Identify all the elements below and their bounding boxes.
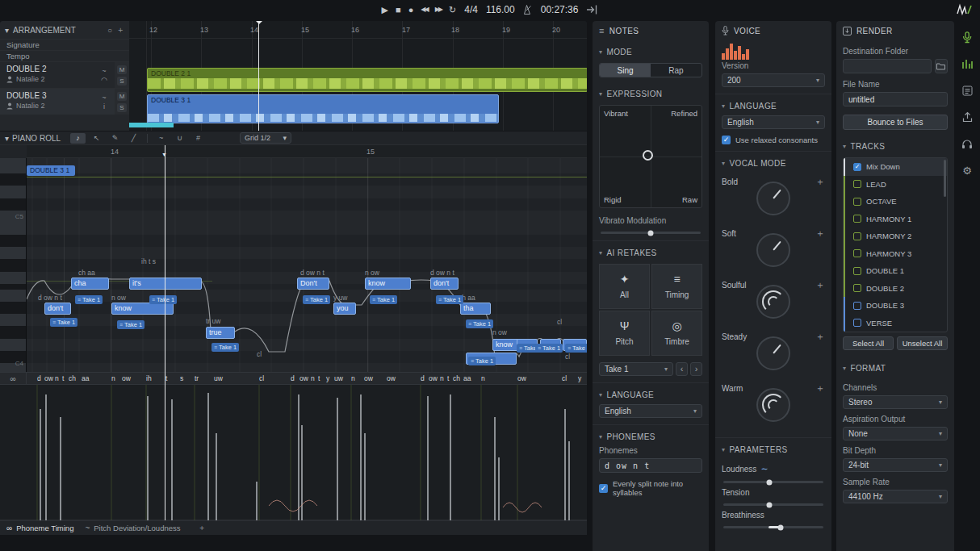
track-checkbox[interactable]: ✓ xyxy=(853,163,861,171)
collapse-format-icon[interactable]: ▾ xyxy=(843,365,846,372)
tab-phoneme-timing[interactable]: ∞ Phoneme Timing xyxy=(6,524,73,532)
collapse-arrangement-icon[interactable]: ▾ xyxy=(5,26,9,35)
phoneme-token[interactable]: n xyxy=(481,374,485,382)
note-edit-tool[interactable]: ♪ xyxy=(70,133,86,144)
track-checkbox[interactable]: ✓ xyxy=(853,215,861,223)
retake-button[interactable]: ◎ Timbre xyxy=(651,311,702,356)
phoneme-token[interactable]: n xyxy=(311,374,315,382)
automation-icon[interactable]: ~ xyxy=(94,67,115,75)
time-signature[interactable]: 4/4 xyxy=(464,4,478,15)
clip-double-2-1[interactable]: DOUBLE 2 1 xyxy=(147,68,587,92)
unselect-all-button[interactable]: Unselect All xyxy=(897,336,948,350)
collapse-retakes-icon[interactable]: ▾ xyxy=(599,249,602,257)
retake-button[interactable]: Ψ Pitch xyxy=(599,311,650,356)
phoneme-token[interactable]: cl xyxy=(259,374,264,382)
clip-fragment[interactable] xyxy=(129,123,174,127)
format-select[interactable]: 44100 Hz▾ xyxy=(843,490,948,503)
export-midi-icon[interactable] xyxy=(586,4,598,15)
collapse-tracks-icon[interactable]: ▾ xyxy=(843,143,846,150)
format-select[interactable]: None▾ xyxy=(843,427,948,440)
retake-button[interactable]: ✦ All xyxy=(599,264,650,309)
line-tool[interactable]: ╱ xyxy=(126,133,141,144)
info-icon[interactable]: i xyxy=(94,102,115,111)
collapse-expression-icon[interactable]: ▾ xyxy=(599,90,602,98)
render-track-row[interactable]: ✓ LEAD xyxy=(844,176,947,194)
phoneme-token[interactable]: t xyxy=(165,374,167,382)
stop-button[interactable]: ■ xyxy=(396,0,401,19)
export-icon[interactable] xyxy=(961,111,974,123)
browse-folder-button[interactable] xyxy=(935,59,948,73)
phoneme-token[interactable]: ch xyxy=(69,374,76,382)
previous-take-button[interactable]: ‹ xyxy=(676,362,688,376)
forward-button[interactable]: ▶▶ xyxy=(435,0,442,19)
phoneme-token[interactable]: cl xyxy=(562,374,567,382)
track-checkbox[interactable]: ✓ xyxy=(853,267,861,275)
add-vocal-mode-button[interactable]: ＋ xyxy=(815,175,825,189)
take-chip[interactable]: ≡Take 1 xyxy=(303,295,330,304)
add-lane-button[interactable]: ＋ xyxy=(199,523,207,533)
phoneme-token[interactable]: d xyxy=(421,374,425,382)
take-chip[interactable]: ≡Take 1 xyxy=(50,318,77,327)
add-vocal-mode-button[interactable]: ＋ xyxy=(815,278,825,292)
phoneme-token[interactable]: ch xyxy=(453,374,460,382)
take-chip[interactable]: ≡Take 1 xyxy=(370,295,397,304)
add-vocal-mode-button[interactable]: ＋ xyxy=(815,330,825,344)
phoneme-token[interactable]: ow xyxy=(122,374,131,382)
tempo-lane[interactable]: Tempo xyxy=(0,50,129,61)
automation-icon[interactable]: ~ xyxy=(94,94,115,102)
bar-ruler[interactable]: 121314151617181920 xyxy=(129,21,587,39)
render-track-row[interactable]: ✓ DOUBLE 2 xyxy=(844,280,947,298)
collapse-piano-roll-icon[interactable]: ▾ xyxy=(5,134,9,143)
phoneme-token[interactable]: n xyxy=(55,374,59,382)
collapse-voice-language-icon[interactable]: ▾ xyxy=(722,102,725,110)
solo-button[interactable]: S xyxy=(117,103,127,112)
mode-sing-button[interactable]: Sing xyxy=(600,64,651,77)
arrangement-playhead[interactable] xyxy=(258,21,259,131)
collapse-parameters-icon[interactable]: ▾ xyxy=(722,446,725,453)
track-checkbox[interactable]: ✓ xyxy=(853,284,861,292)
phoneme-token[interactable]: ow xyxy=(517,374,526,382)
mute-button[interactable]: M xyxy=(117,92,127,101)
phoneme-token[interactable]: ow xyxy=(299,374,308,382)
phoneme-token[interactable]: ow xyxy=(364,374,373,382)
piano-keys[interactable]: C5C4 xyxy=(0,158,27,372)
file-name-input[interactable] xyxy=(843,92,948,106)
history-icon[interactable]: ○ xyxy=(107,26,112,35)
take-chip[interactable]: ≡Take 1 xyxy=(149,295,177,304)
render-track-row[interactable]: ✓ DOUBLE 1 xyxy=(844,262,947,280)
voice-language-select[interactable]: English▾ xyxy=(722,115,825,129)
track-checkbox[interactable]: ✓ xyxy=(853,180,861,188)
take-chip[interactable]: ≡Take 1 xyxy=(436,295,463,304)
tab-pitch-deviation-loudness[interactable]: ~ Pitch Deviation/Loudness xyxy=(85,524,180,532)
destination-folder-input[interactable] xyxy=(843,59,932,73)
quantize-icon[interactable]: # xyxy=(191,133,206,144)
phoneme-token[interactable]: s xyxy=(180,374,183,382)
next-take-button[interactable]: › xyxy=(690,362,702,376)
track-double-3[interactable]: DOUBLE 3 Natalie 2 ~ i M S xyxy=(0,88,129,115)
select-tool[interactable]: ↖ xyxy=(89,133,104,144)
format-select[interactable]: 24-bit▾ xyxy=(843,458,948,472)
vocal-mode-knob[interactable] xyxy=(756,285,790,319)
phoneme-token[interactable]: ow xyxy=(387,374,396,382)
loop-button[interactable]: ↻ xyxy=(449,0,456,19)
bounce-to-files-button[interactable]: Bounce to Files xyxy=(843,115,948,130)
render-track-row[interactable]: ✓ OCTAVE xyxy=(844,193,947,211)
phoneme-token[interactable]: aa xyxy=(82,374,89,382)
track-checkbox[interactable]: ✓ xyxy=(853,249,861,257)
version-select[interactable]: 200▾ xyxy=(722,73,825,87)
collapse-phonemes-icon[interactable]: ▾ xyxy=(599,433,602,440)
add-track-icon[interactable]: ＋ xyxy=(116,24,124,35)
take-chip[interactable]: ≡Take 1 xyxy=(75,295,103,304)
track-checkbox[interactable]: ✓ xyxy=(853,319,861,327)
expression-xy-pad[interactable]: Vibrant Refined Rigid Raw xyxy=(599,105,702,208)
collapse-mode-icon[interactable]: ▾ xyxy=(599,48,602,56)
parameter-slider[interactable] xyxy=(723,481,823,483)
take-chip[interactable]: ≡Take 1 xyxy=(211,343,239,352)
phoneme-token[interactable]: t xyxy=(62,374,64,382)
vocal-mode-knob[interactable] xyxy=(756,388,790,422)
magnet-icon[interactable]: ∪ xyxy=(172,133,187,144)
take-chip[interactable]: ≡Take 1 xyxy=(535,344,563,353)
phoneme-token[interactable]: n xyxy=(111,374,115,382)
phoneme-token[interactable]: t xyxy=(318,374,320,382)
track-list-scrollbar[interactable] xyxy=(944,160,946,197)
